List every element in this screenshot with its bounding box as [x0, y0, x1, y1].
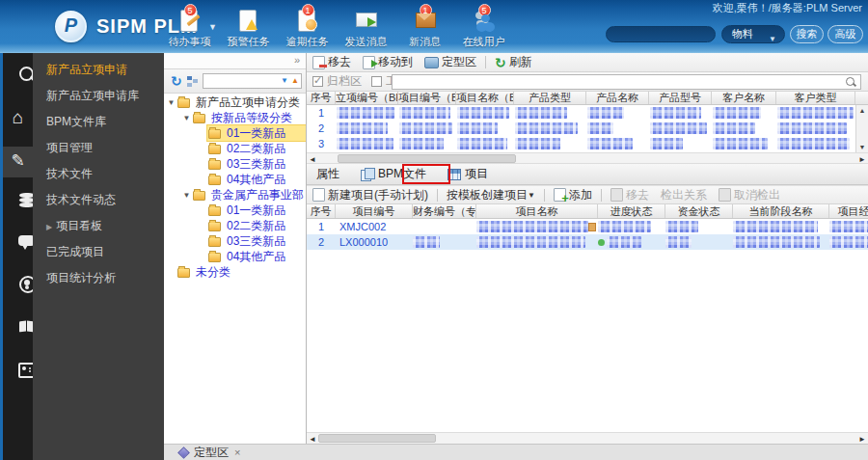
header-tool[interactable]: 发送消息 [337, 9, 395, 49]
column-header-项目编号（BP...[interactable]: 项目编号（BP... [398, 92, 456, 104]
expander-open-icon[interactable]: ▼ [181, 191, 192, 200]
scrollbar-thumb[interactable] [338, 154, 516, 163]
tree-node-03三类新品[interactable]: 03三类新品 [164, 233, 306, 249]
advanced-search-button[interactable]: 高级 [827, 25, 863, 43]
scrollbar-thumb[interactable] [318, 434, 436, 443]
close-icon[interactable]: × [234, 446, 240, 458]
toolbar-button-移去[interactable]: 移去 [312, 54, 351, 70]
grid-search-input[interactable] [392, 74, 861, 90]
vertical-scrollbar[interactable]: ▲ ▼ [855, 105, 868, 152]
tree-locate-icon[interactable] [186, 75, 199, 88]
tab-项目[interactable]: 项目 [448, 166, 488, 182]
tree-node-新产品立项申请分类[interactable]: ▼新产品立项申请分类 [164, 95, 306, 110]
tab-属性[interactable]: 属性 [316, 166, 339, 182]
tree-node-01一类新品[interactable]: 01一类新品 [164, 125, 306, 141]
search-button[interactable]: 搜索 [790, 25, 824, 43]
rail-item-edit[interactable]: ✎ [3, 147, 33, 177]
table-row[interactable]: 3 [307, 136, 868, 151]
scroll-left-icon[interactable]: ◄ [309, 435, 316, 444]
toolbar-button-按模板创建项目[interactable]: 按模板创建项目 ▼ [447, 187, 535, 203]
column-header-当前阶段名称[interactable]: 当前阶段名称 [733, 204, 829, 218]
table-row[interactable]: 1XMJC002 [307, 219, 868, 234]
tree-node-04其他产品[interactable]: 04其他产品 [164, 249, 306, 264]
column-header-项目编号[interactable]: 项目编号 [336, 204, 413, 218]
expander-open-icon[interactable]: ▼ [181, 114, 192, 122]
column-header-客户类型[interactable]: 客户类型 [776, 92, 855, 104]
column-header-产品名称[interactable]: 产品名称 [586, 92, 649, 104]
table-row[interactable]: 2LX000010 [307, 234, 868, 250]
horizontal-scrollbar[interactable]: ◄ ► [307, 152, 868, 164]
project-number-link[interactable]: LX000010 [336, 236, 388, 248]
column-header-资金状态[interactable]: 资金状态 [665, 204, 733, 218]
scroll-left-icon[interactable]: ◄ [309, 155, 316, 164]
table-row[interactable]: 2 [307, 121, 868, 136]
sidebar-item-已完成项目[interactable]: 已完成项目 [33, 239, 164, 265]
pin-area-tab[interactable]: 定型区 [194, 445, 229, 460]
tree-node-按新品等级分类[interactable]: ▼按新品等级分类 [164, 110, 306, 125]
sidebar-item-新产品立项申请库[interactable]: 新产品立项申请库 [33, 83, 164, 109]
toolbar-button-刷新[interactable]: ↻刷新 [495, 54, 532, 70]
project-number-link[interactable]: XMJC002 [336, 221, 386, 232]
magnifier-icon[interactable] [845, 76, 856, 88]
tree-node-03三类新品[interactable]: 03三类新品 [164, 156, 306, 172]
scroll-up-icon[interactable]: ▲ [856, 107, 868, 114]
workzone-checkbox[interactable] [371, 76, 382, 87]
tree-refresh-icon[interactable]: ↻ [171, 73, 182, 89]
scroll-right-icon[interactable]: ► [858, 155, 866, 164]
toolbar-button-添加[interactable]: 添加 [554, 187, 592, 203]
tree-node-02二类新品[interactable]: 02二类新品 [164, 218, 306, 233]
header-tool[interactable]: 预警任务 [219, 9, 278, 49]
rail-item-sipm-search[interactable] [3, 66, 33, 96]
horizontal-scrollbar[interactable]: ◄ ► [307, 432, 868, 444]
column-header-项目名称（BP...[interactable]: 项目名称（BP... [456, 92, 514, 104]
search-category-select[interactable]: 物料 ▼ [721, 25, 785, 43]
column-header-项目名称[interactable]: 项目名称 [476, 204, 598, 218]
collapse-panel-icon[interactable]: » [294, 54, 300, 66]
column-header-客户名称[interactable]: 客户名称 [712, 92, 776, 104]
expander-open-icon[interactable]: ▼ [166, 98, 176, 107]
column-header-序号[interactable]: 序号 [307, 204, 336, 218]
header-tool[interactable]: 1逾期任务 [278, 9, 337, 49]
sidebar-item-技术文件动态[interactable]: 技术文件动态 [33, 187, 164, 213]
toolbar-button-移动到[interactable]: 移动到 [363, 54, 413, 70]
tree-node-贵金属产品事业部[interactable]: ▼贵金属产品事业部 [164, 187, 306, 203]
column-header-项目经理[interactable]: 项目经理 [829, 204, 868, 218]
header-search-input[interactable] [606, 26, 716, 42]
search-next-icon[interactable]: ▼ [281, 76, 288, 85]
column-header-财务编号（专...[interactable]: 财务编号（专... [413, 204, 476, 218]
rail-item-home[interactable]: ⌂ [3, 103, 33, 134]
sidebar-item-新产品立项申请[interactable]: 新产品立项申请 [33, 57, 164, 83]
sidebar-item-BPM文件库[interactable]: BPM文件库 [33, 109, 164, 135]
column-header-产品型号[interactable]: 产品型号 [649, 92, 712, 104]
toolbar-button-label: 检出关系 [661, 187, 707, 203]
rail-item-person-circle[interactable] [3, 275, 33, 306]
scroll-right-icon[interactable]: ► [858, 435, 866, 444]
toolbar-button-定型区[interactable]: 定型区 [424, 54, 476, 70]
tree-search-input[interactable] [203, 74, 278, 88]
header-tool[interactable]: 5待办事项 [160, 9, 219, 49]
header-tool[interactable]: 1新消息 [395, 9, 454, 49]
sidebar-item-项目看板[interactable]: ▶项目看板 [33, 213, 164, 239]
rail-item-database[interactable] [3, 191, 33, 222]
rail-item-book[interactable] [3, 318, 33, 349]
scroll-down-icon[interactable]: ▼ [856, 144, 868, 150]
sidebar-item-技术文件[interactable]: 技术文件 [33, 161, 164, 187]
table-row[interactable]: 1 [307, 105, 868, 121]
archive-checkbox[interactable] [312, 76, 323, 87]
column-header-产品类型[interactable]: 产品类型 [514, 92, 586, 104]
search-prev-icon[interactable]: ▲ [291, 76, 299, 85]
tree-node-01一类新品[interactable]: 01一类新品 [164, 203, 306, 218]
tree-node-04其他产品[interactable]: 04其他产品 [164, 172, 306, 187]
sidebar-item-项目管理[interactable]: 项目管理 [33, 135, 164, 161]
column-header-序号[interactable]: 序号 [307, 92, 336, 104]
new-message-icon: 1 [411, 9, 440, 34]
header-tool[interactable]: 5在线用户 [454, 9, 513, 49]
sidebar-item-项目统计分析[interactable]: 项目统计分析 [33, 265, 164, 291]
rail-item-chat[interactable] [3, 233, 33, 264]
tree-node-未分类[interactable]: 未分类 [164, 264, 306, 280]
toolbar-button-新建项目(手动计划)[interactable]: 新建项目(手动计划) [312, 187, 428, 203]
rail-item-idcard[interactable] [3, 360, 33, 391]
column-header-进度状态[interactable]: 进度状态 [598, 204, 665, 218]
tree-node-02二类新品[interactable]: 02二类新品 [164, 141, 306, 156]
column-header-立项编号（BP...[interactable]: 立项编号（BP... [336, 92, 398, 104]
